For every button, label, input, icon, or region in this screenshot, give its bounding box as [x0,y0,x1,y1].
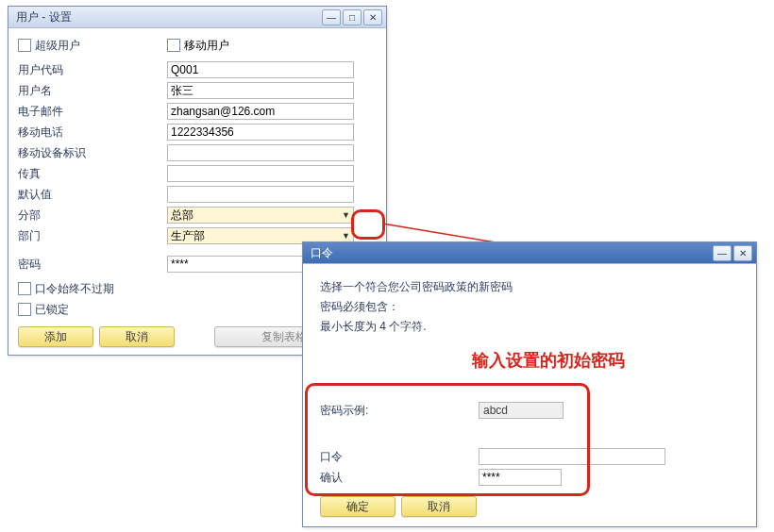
pd-close-button[interactable]: ✕ [733,245,752,261]
branch-value: 总部 [171,208,194,224]
pd-confirm-input[interactable] [479,469,562,486]
mobileuser-label: 移动用户 [184,38,229,54]
neverexpire-checkbox[interactable] [18,282,31,295]
usercode-input[interactable] [167,61,354,78]
pd-minimize-button[interactable]: ― [713,245,732,261]
password-dialog-titlebar[interactable]: 口令 ― ✕ [303,242,756,264]
mobiledevice-input[interactable] [167,144,354,161]
superuser-checkbox[interactable] [18,39,31,52]
email-input[interactable] [167,103,354,120]
superuser-label: 超级用户 [35,38,80,54]
password-dialog-title: 口令 [311,245,713,261]
branch-label: 分部 [18,208,167,224]
pd-example-value: abcd [479,402,564,419]
close-button[interactable]: ✕ [363,9,382,25]
chevron-down-icon: ▼ [342,210,350,220]
cancel-button[interactable]: 取消 [99,326,175,347]
defaults-label: 默认值 [18,187,167,203]
neverexpire-label: 口令始终不过期 [35,281,114,297]
chevron-down-icon: ▼ [342,231,350,241]
add-button[interactable]: 添加 [18,326,93,347]
mobilephone-input[interactable] [167,124,354,141]
mobiledevice-label: 移动设备标识 [18,145,167,161]
maximize-button[interactable]: □ [343,9,362,25]
username-input[interactable] [167,82,354,99]
user-settings-titlebar[interactable]: 用户 - 设置 ― □ ✕ [8,7,386,28]
pd-password-input[interactable] [479,448,665,465]
annotation-text: 输入设置的初始密码 [472,349,625,372]
minimize-button[interactable]: ― [322,9,341,25]
branch-select[interactable]: 总部 ▼ [167,207,354,224]
mobileuser-checkbox[interactable] [167,39,180,52]
pd-instruction-1: 选择一个符合您公司密码政策的新密码 [320,279,739,295]
user-settings-title: 用户 - 设置 [16,9,322,25]
email-label: 电子邮件 [18,104,167,120]
pd-password-label: 口令 [320,449,479,465]
password-dialog: 口令 ― ✕ 选择一个符合您公司密码政策的新密码 密码必须包含： 最小长度为 4… [302,241,757,527]
locked-checkbox[interactable] [18,303,31,316]
mobilephone-label: 移动电话 [18,125,167,141]
password-label: 密码 [18,257,167,273]
locked-label: 已锁定 [35,302,69,318]
pd-cancel-button[interactable]: 取消 [401,496,477,517]
dept-label: 部门 [18,228,167,244]
username-label: 用户名 [18,83,167,99]
fax-input[interactable] [167,165,354,182]
pd-instruction-3: 最小长度为 4 个字符. [320,319,739,335]
pd-example-label: 密码示例: [320,403,479,419]
usercode-label: 用户代码 [18,62,167,78]
pd-instruction-2: 密码必须包含： [320,299,739,315]
pd-confirm-label: 确认 [320,470,479,486]
dept-value: 生产部 [171,228,205,244]
pd-ok-button[interactable]: 确定 [320,496,395,517]
defaults-input[interactable] [167,186,354,203]
fax-label: 传真 [18,166,167,182]
password-dialog-body: 选择一个符合您公司密码政策的新密码 密码必须包含： 最小长度为 4 个字符. 密… [303,264,756,526]
